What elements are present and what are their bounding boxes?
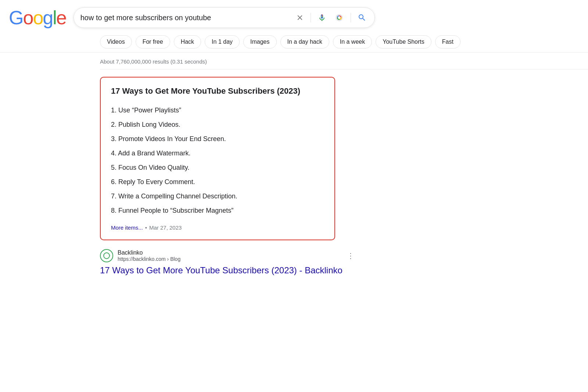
search-bar-icons (294, 11, 368, 24)
more-items-link[interactable]: More items... (111, 224, 143, 231)
search-divider-2 (351, 13, 351, 22)
google-logo: Google (9, 7, 66, 29)
logo-o1: o (23, 7, 33, 29)
chips-row: Videos For free Hack In 1 day Images In … (0, 33, 588, 53)
chip-in-a-day-hack[interactable]: In a day hack (280, 35, 329, 48)
header: Google (0, 0, 588, 33)
site-name: Backlinko (118, 249, 180, 256)
footer-dot: • (145, 224, 147, 231)
list-item: 2. Publish Long Videos. (111, 118, 324, 132)
featured-snippet: 17 Ways to Get More YouTube Subscribers … (100, 77, 335, 240)
search-button[interactable] (356, 12, 368, 24)
chip-images[interactable]: Images (243, 35, 276, 48)
list-item: 4. Add a Brand Watermark. (111, 146, 324, 161)
svg-rect-1 (322, 16, 322, 17)
result-menu-button[interactable]: ⋮ (344, 250, 357, 262)
svg-point-5 (338, 17, 340, 18)
result-favicon-inner (103, 252, 110, 259)
svg-rect-2 (322, 17, 322, 18)
results-count: About 7,760,000,000 results (0.31 second… (100, 58, 207, 65)
chip-in-1-day[interactable]: In 1 day (205, 35, 240, 48)
result-source-info: Backlinko https://backlinko.com › Blog (118, 249, 180, 262)
snippet-list: 1. Use “Power Playlists”2. Publish Long … (111, 103, 324, 218)
snippet-title: 17 Ways to Get More YouTube Subscribers … (111, 86, 324, 96)
result-title[interactable]: 17 Ways to Get More YouTube Subscribers … (100, 265, 357, 276)
results-divider (100, 69, 588, 69)
logo-e: e (56, 7, 66, 29)
chip-fast[interactable]: Fast (435, 35, 460, 48)
list-item: 8. Funnel People to “Subscriber Magnets” (111, 204, 324, 218)
result-url: https://backlinko.com › Blog (118, 256, 180, 262)
image-search-button[interactable] (333, 11, 345, 24)
search-bar (74, 7, 375, 28)
list-item: 6. Reply To Every Comment. (111, 175, 324, 189)
chip-for-free[interactable]: For free (136, 35, 170, 48)
results-info: About 7,760,000,000 results (0.31 second… (0, 53, 588, 69)
result-favicon (100, 249, 113, 262)
list-item: 3. Promote Videos In Your End Screen. (111, 132, 324, 146)
search-input[interactable] (80, 14, 291, 22)
logo-o2: o (33, 7, 43, 29)
search-result: Backlinko https://backlinko.com › Blog ⋮… (100, 249, 357, 276)
list-item: 7. Write a Compelling Channel Descriptio… (111, 189, 324, 204)
snippet-date: Mar 27, 2023 (149, 224, 182, 231)
list-item: 5. Focus On Video Quality. (111, 161, 324, 175)
chip-hack[interactable]: Hack (174, 35, 201, 48)
snippet-footer: More items... • Mar 27, 2023 (111, 224, 324, 231)
voice-search-button[interactable] (316, 12, 328, 24)
chip-videos[interactable]: Videos (100, 35, 132, 48)
list-item: 1. Use “Power Playlists” (111, 103, 324, 118)
logo-g: G (9, 7, 23, 29)
chip-youtube-shorts[interactable]: YouTube Shorts (376, 35, 431, 48)
clear-button[interactable] (294, 12, 305, 23)
logo-g2: g (43, 7, 53, 29)
logo-l: l (53, 7, 56, 29)
result-source: Backlinko https://backlinko.com › Blog ⋮ (100, 249, 357, 262)
search-divider (311, 13, 311, 22)
svg-rect-0 (322, 14, 322, 16)
chip-in-a-week[interactable]: In a week (333, 35, 372, 48)
